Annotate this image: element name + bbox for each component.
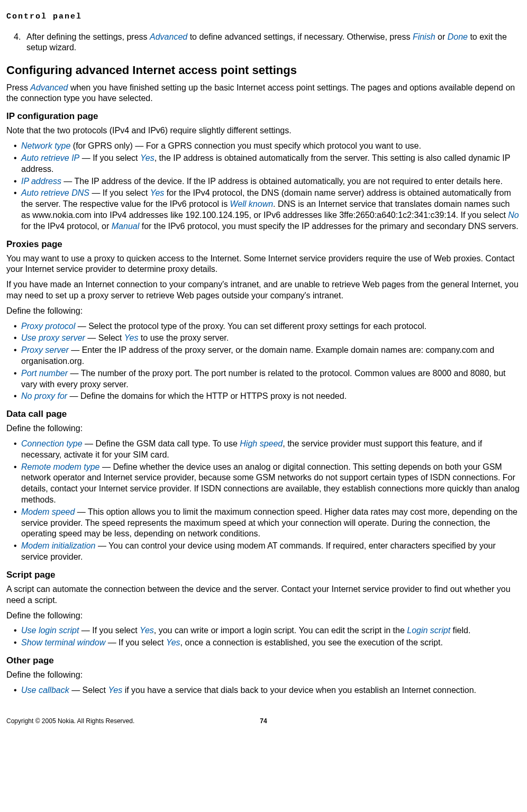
page-number: 74 [260, 717, 267, 726]
ip-note: Note that the two protocols (IPv4 and IP… [6, 125, 521, 136]
text: — This option allows you to limit the ma… [21, 507, 517, 539]
yes-option: Yes [140, 626, 154, 635]
define-following: Define the following: [6, 306, 521, 317]
list-item: Port number — The number of the proxy po… [14, 368, 521, 390]
text: — Define the domains for which the HTTP … [67, 391, 347, 400]
text: for the IPv6 protocol, you must specify … [139, 222, 518, 231]
network-type-label: Network type [21, 141, 70, 150]
ip-config-list: Network type (for GPRS only) — For a GPR… [6, 141, 521, 232]
text: or [435, 32, 448, 41]
ip-config-title: IP configuration page [6, 111, 521, 122]
use-proxy-server-label: Use proxy server [21, 333, 85, 342]
advanced-link[interactable]: Advanced [150, 32, 187, 41]
list-item: Remote modem type — Define whether the d… [14, 462, 521, 506]
config-intro: Press Advanced when you have finished se… [6, 83, 521, 105]
step-4: 4. After defining the settings, press Ad… [6, 32, 521, 54]
yes-option: Yes [166, 638, 180, 647]
data-call-title: Data call page [6, 408, 521, 420]
text: — Select [69, 686, 108, 695]
list-item: Proxy protocol — Select the protocol typ… [14, 321, 521, 332]
list-item: Auto retrieve DNS — If you select Yes fo… [14, 188, 521, 232]
text: — Enter the IP address of the proxy serv… [21, 345, 494, 366]
list-item: Connection type — Define the GSM data ca… [14, 439, 521, 461]
list-item: No proxy for — Define the domains for wh… [14, 391, 521, 402]
proxies-title: Proxies page [6, 239, 521, 250]
text: — If you select [105, 638, 166, 647]
text: — Select [85, 333, 124, 342]
text: — Define the GSM data call type. To use [83, 439, 240, 448]
text: field. [450, 626, 470, 635]
show-terminal-window-label: Show terminal window [21, 638, 105, 647]
modem-speed-label: Modem speed [21, 507, 75, 516]
text: — The number of the proxy port. The port… [21, 369, 505, 389]
yes-option: Yes [124, 333, 139, 342]
define-following: Define the following: [6, 670, 521, 681]
finish-link[interactable]: Finish [413, 32, 435, 41]
list-item: Proxy server — Enter the IP address of t… [14, 345, 521, 367]
text: for the IPv4 protocol, or [21, 222, 112, 231]
use-callback-label: Use callback [21, 686, 69, 695]
step-number: 4. [14, 32, 26, 54]
script-title: Script page [6, 569, 521, 581]
no-option: No [508, 211, 519, 220]
list-item: IP address — The IP address of the devic… [14, 176, 521, 187]
ip-address-label: IP address [21, 177, 61, 186]
high-speed-option: High speed [240, 439, 283, 448]
other-title: Other page [6, 655, 521, 667]
auto-retrieve-dns-label: Auto retrieve DNS [21, 188, 89, 197]
text: to use the proxy server. [138, 333, 229, 342]
done-link[interactable]: Done [448, 32, 468, 41]
proxy-server-label: Proxy server [21, 345, 69, 354]
use-login-script-label: Use login script [21, 626, 79, 635]
text: — Select the protocol type of the proxy.… [75, 322, 426, 331]
text: (for GPRS only) — For a GPRS connection … [70, 141, 421, 150]
list-item: Use callback — Select Yes if you have a … [14, 685, 521, 696]
proxies-list: Proxy protocol — Select the protocol typ… [6, 321, 521, 403]
list-item: Show terminal window — If you select Yes… [14, 637, 521, 649]
login-script-field: Login script [407, 626, 450, 635]
other-list: Use callback — Select Yes if you have a … [6, 685, 521, 696]
list-item: Network type (for GPRS only) — For a GPR… [14, 141, 521, 152]
text: if you have a service that dials back to… [122, 686, 476, 695]
text: , you can write or import a login script… [154, 626, 407, 635]
modem-initialization-label: Modem initialization [21, 541, 96, 550]
footer: Copyright © 2005 Nokia. All Rights Reser… [6, 717, 521, 726]
script-list: Use login script — If you select Yes, yo… [6, 625, 521, 649]
remote-modem-type-label: Remote modem type [21, 462, 100, 471]
text: After defining the settings, press [26, 32, 150, 41]
list-item: Modem initialization — You can control y… [14, 541, 521, 563]
no-proxy-for-label: No proxy for [21, 391, 67, 400]
text: when you have finished setting up the ba… [6, 83, 515, 103]
list-item: Auto retrieve IP — If you select Yes, th… [14, 153, 521, 175]
proxies-p2: If you have made an Internet connection … [6, 279, 521, 302]
text: — The IP address of the device. If the I… [61, 177, 503, 186]
port-number-label: Port number [21, 369, 68, 378]
define-following: Define the following: [6, 610, 521, 622]
script-p1: A script can automate the connection bet… [6, 584, 521, 606]
copyright: Copyright © 2005 Nokia. All Rights Reser… [6, 717, 134, 726]
list-item: Modem speed — This option allows you to … [14, 507, 521, 540]
text: — If you select [79, 626, 140, 635]
list-item: Use proxy server — Select Yes to use the… [14, 333, 521, 344]
text: Press [6, 83, 30, 92]
proxies-p1: You may want to use a proxy to quicken a… [6, 253, 521, 276]
step-text: After defining the settings, press Advan… [26, 32, 521, 54]
yes-option: Yes [108, 686, 123, 695]
connection-type-label: Connection type [21, 439, 83, 448]
yes-option: Yes [140, 153, 155, 162]
auto-retrieve-ip-label: Auto retrieve IP [21, 153, 79, 162]
section-title-configuring: Configuring advanced Internet access poi… [6, 63, 521, 78]
define-following: Define the following: [6, 423, 521, 434]
data-call-list: Connection type — Define the GSM data ca… [6, 439, 521, 563]
text: — If you select [89, 188, 150, 197]
proxy-protocol-label: Proxy protocol [21, 322, 75, 331]
well-known-option: Well known [230, 199, 274, 208]
header-section-title: Control panel [6, 12, 521, 22]
text: to define advanced settings, if necessar… [187, 32, 413, 41]
list-item: Use login script — If you select Yes, yo… [14, 625, 521, 636]
manual-option: Manual [112, 222, 139, 231]
text: , once a connection is established, you … [180, 638, 443, 647]
advanced-link[interactable]: Advanced [30, 83, 68, 92]
text: — If you select [79, 153, 140, 162]
yes-option: Yes [150, 188, 165, 197]
